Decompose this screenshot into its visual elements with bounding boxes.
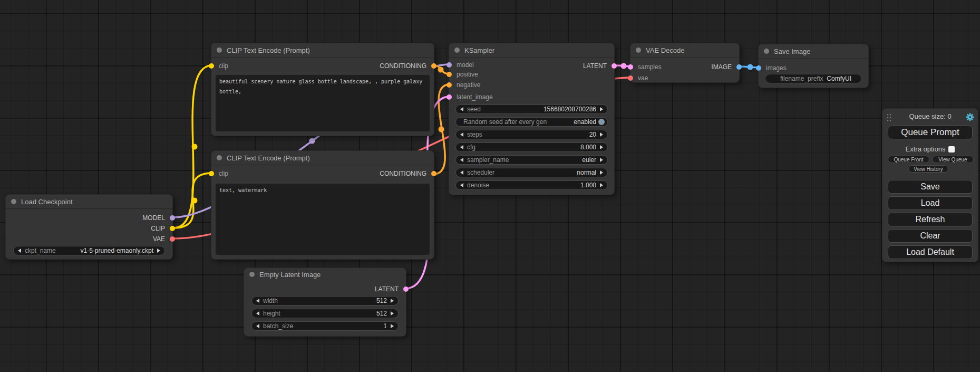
- node-header[interactable]: Empty Latent Image: [244, 268, 406, 281]
- output-port-conditioning[interactable]: CONDITIONING: [380, 170, 436, 177]
- node-header[interactable]: VAE Decode: [630, 43, 739, 58]
- node-vae-decode[interactable]: VAE Decode samples vae IMAGE: [630, 43, 740, 83]
- filename-prefix-widget[interactable]: filename_prefix ComfyUI: [765, 74, 862, 83]
- queue-front-button[interactable]: Queue Front: [888, 156, 929, 163]
- input-port-samples[interactable]: samples: [628, 63, 662, 71]
- batch-size-widget[interactable]: batch_size 1: [251, 321, 399, 331]
- input-port-negative[interactable]: negative: [447, 81, 480, 89]
- latent-port-dot-icon[interactable]: [447, 94, 452, 100]
- increment-arrow-icon[interactable]: [600, 183, 603, 187]
- clear-button[interactable]: Clear: [888, 229, 973, 243]
- collapse-dot-icon[interactable]: [11, 199, 16, 204]
- latent-port-dot-icon[interactable]: [628, 64, 633, 70]
- input-port-images[interactable]: images: [756, 64, 787, 72]
- output-port-model[interactable]: MODEL: [142, 214, 175, 222]
- decrement-arrow-icon[interactable]: [256, 311, 259, 316]
- collapse-dot-icon[interactable]: [764, 49, 769, 54]
- width-widget[interactable]: width 512: [251, 296, 399, 306]
- prompt-textarea[interactable]: text, watermark: [216, 184, 430, 255]
- output-port-conditioning[interactable]: CONDITIONING: [380, 62, 436, 70]
- increment-arrow-icon[interactable]: [600, 132, 603, 137]
- clip-port-dot-icon[interactable]: [209, 63, 214, 69]
- steps-widget[interactable]: steps 20: [455, 130, 608, 139]
- decrement-arrow-icon[interactable]: [460, 170, 463, 175]
- save-button[interactable]: Save: [888, 180, 973, 194]
- node-header[interactable]: KSampler: [449, 43, 614, 58]
- decrement-arrow-icon[interactable]: [460, 183, 463, 187]
- cfg-widget[interactable]: cfg 8.000: [455, 142, 608, 152]
- node-ksampler[interactable]: KSampler model positive negative latent_…: [449, 43, 615, 195]
- model-port-dot-icon[interactable]: [170, 215, 175, 221]
- image-port-dot-icon[interactable]: [736, 64, 742, 70]
- node-graph-canvas[interactable]: Load Checkpoint MODEL CLIP VAE ckpt_name…: [0, 0, 980, 372]
- conditioning-port-dot-icon[interactable]: [447, 82, 452, 88]
- input-port-vae[interactable]: vae: [628, 74, 648, 82]
- queue-prompt-button[interactable]: Queue Prompt: [888, 126, 973, 139]
- random-seed-widget[interactable]: Random seed after every gen enabled: [455, 117, 608, 127]
- increment-arrow-icon[interactable]: [391, 324, 394, 328]
- clip-port-dot-icon[interactable]: [170, 226, 175, 231]
- increment-arrow-icon[interactable]: [391, 311, 394, 316]
- decrement-arrow-icon[interactable]: [460, 158, 463, 162]
- decrement-arrow-icon[interactable]: [256, 299, 259, 303]
- collapse-dot-icon[interactable]: [217, 155, 222, 160]
- extra-options-checkbox[interactable]: [948, 146, 955, 152]
- seed-widget[interactable]: seed 156680208700286: [455, 104, 608, 114]
- input-port-clip[interactable]: clip: [209, 62, 228, 70]
- decrement-arrow-icon[interactable]: [460, 132, 463, 137]
- latent-port-dot-icon[interactable]: [612, 63, 617, 69]
- node-load-checkpoint[interactable]: Load Checkpoint MODEL CLIP VAE ckpt_name…: [5, 194, 173, 260]
- node-empty-latent-image[interactable]: Empty Latent Image LATENT width 512 heig…: [244, 268, 406, 337]
- node-save-image[interactable]: Save Image images filename_prefix ComfyU…: [758, 44, 869, 88]
- view-history-button[interactable]: View History: [908, 165, 948, 173]
- denoise-widget[interactable]: denoise 1.000: [455, 180, 608, 190]
- load-button[interactable]: Load: [888, 196, 973, 210]
- node-header[interactable]: Load Checkpoint: [6, 195, 172, 209]
- output-port-image[interactable]: IMAGE: [711, 63, 742, 71]
- view-queue-button[interactable]: View Queue: [932, 156, 974, 163]
- sampler-name-widget[interactable]: sampler_name euler: [455, 155, 608, 165]
- decrement-arrow-icon[interactable]: [460, 107, 463, 111]
- height-widget[interactable]: height 512: [251, 309, 399, 318]
- input-port-model[interactable]: model: [447, 61, 474, 69]
- prompt-textarea[interactable]: beautiful scenery nature glass bottle la…: [216, 75, 430, 131]
- increment-arrow-icon[interactable]: [600, 170, 603, 175]
- output-port-clip[interactable]: CLIP: [151, 225, 175, 232]
- increment-arrow-icon[interactable]: [157, 249, 160, 253]
- model-port-dot-icon[interactable]: [447, 62, 452, 68]
- collapse-dot-icon[interactable]: [249, 272, 255, 277]
- increment-arrow-icon[interactable]: [600, 107, 603, 111]
- conditioning-port-dot-icon[interactable]: [431, 63, 436, 69]
- increment-arrow-icon[interactable]: [600, 158, 603, 162]
- scheduler-widget[interactable]: scheduler normal: [455, 168, 608, 177]
- clip-port-dot-icon[interactable]: [209, 171, 214, 176]
- decrement-arrow-icon[interactable]: [460, 145, 463, 149]
- vae-port-dot-icon[interactable]: [628, 75, 633, 81]
- input-port-positive[interactable]: positive: [447, 71, 478, 78]
- vae-port-dot-icon[interactable]: [170, 236, 175, 242]
- load-default-button[interactable]: Load Default: [888, 245, 973, 259]
- image-port-dot-icon[interactable]: [756, 65, 761, 71]
- input-port-latent-image[interactable]: latent_image: [447, 93, 493, 101]
- conditioning-port-dot-icon[interactable]: [447, 72, 452, 77]
- collapse-dot-icon[interactable]: [636, 47, 641, 53]
- output-port-vae[interactable]: VAE: [153, 235, 175, 243]
- increment-arrow-icon[interactable]: [391, 299, 394, 303]
- ckpt-name-widget[interactable]: ckpt_name v1-5-pruned-emaonly.ckpt: [13, 246, 165, 255]
- increment-arrow-icon[interactable]: [600, 145, 603, 149]
- collapse-dot-icon[interactable]: [454, 47, 460, 53]
- node-header[interactable]: Save Image: [759, 44, 868, 59]
- node-clip-text-encode-negative[interactable]: CLIP Text Encode (Prompt) clip CONDITION…: [211, 150, 434, 260]
- conditioning-port-dot-icon[interactable]: [431, 171, 436, 176]
- decrement-arrow-icon[interactable]: [18, 249, 21, 253]
- refresh-button[interactable]: Refresh: [888, 213, 973, 226]
- input-port-clip[interactable]: clip: [209, 170, 228, 177]
- toggle-enabled-icon[interactable]: [598, 119, 605, 125]
- output-port-latent[interactable]: LATENT: [375, 285, 409, 293]
- settings-gear-icon[interactable]: [966, 113, 974, 123]
- decrement-arrow-icon[interactable]: [256, 324, 259, 328]
- node-header[interactable]: CLIP Text Encode (Prompt): [211, 151, 434, 165]
- collapse-dot-icon[interactable]: [217, 47, 222, 53]
- output-port-latent[interactable]: LATENT: [583, 62, 617, 70]
- node-header[interactable]: CLIP Text Encode (Prompt): [211, 43, 434, 58]
